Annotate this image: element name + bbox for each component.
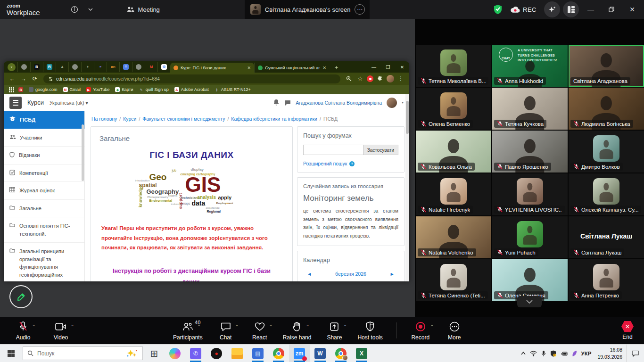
chevron-up-icon[interactable]: ⌃: [344, 324, 347, 329]
taskbar-app-chrome[interactable]: [268, 345, 289, 362]
tab-meeting[interactable]: Meeting: [127, 6, 160, 13]
participant-tile[interactable]: Тетяна Миколаївна В...: [416, 45, 491, 87]
forward-icon[interactable]: →: [19, 74, 28, 83]
breadcrumb-item[interactable]: Факультет економіки і менеджменту: [142, 116, 225, 122]
participant-tile[interactable]: Світлана Агаджанова: [569, 45, 644, 87]
chevron-up-icon[interactable]: ⌃: [198, 324, 201, 329]
browser-tab-course[interactable]: Курс: ГІС і бази даних ✕: [170, 63, 254, 73]
screen-tab-options-icon[interactable]: ⋯: [355, 4, 365, 15]
sidebar-item-1[interactable]: Учасники: [4, 129, 84, 147]
user-name[interactable]: Агаджанова Світлана Володимирівна: [296, 100, 382, 106]
notifications-bell-icon[interactable]: [273, 99, 280, 106]
chevron-up-icon[interactable]: ⌃: [269, 324, 272, 329]
browser-close-button[interactable]: ✕: [395, 61, 409, 73]
minimize-button[interactable]: —: [582, 2, 600, 17]
user-menu-caret-icon[interactable]: ▾: [402, 100, 404, 105]
pinned-tab[interactable]: [68, 62, 81, 72]
browser-minimize-button[interactable]: —: [367, 61, 381, 73]
calendar-prev-icon[interactable]: ◄: [307, 271, 312, 277]
defender-shield-icon[interactable]: !: [550, 350, 556, 357]
more-participants-button[interactable]: [517, 296, 542, 307]
breadcrumb-item[interactable]: Курси: [123, 116, 136, 122]
action-center-button[interactable]: [626, 345, 644, 362]
taskbar-app-zoom[interactable]: zm: [289, 345, 310, 362]
power-plug-icon[interactable]: [561, 351, 568, 356]
hamburger-menu-icon[interactable]: [9, 97, 22, 109]
bookmark-folder-icon[interactable]: B: [17, 87, 25, 92]
language-indicator[interactable]: УКР: [581, 351, 592, 356]
apps-grid-icon[interactable]: [8, 87, 16, 92]
apply-button[interactable]: Застосувати: [363, 145, 398, 155]
browser-tab-university[interactable]: Сумський національний агра ✕: [254, 63, 330, 73]
chevron-down-icon[interactable]: [83, 3, 99, 16]
help-icon[interactable]: ?: [349, 161, 355, 166]
pinned-tab[interactable]: B: [30, 62, 43, 72]
breadcrumb-item[interactable]: На головну: [91, 116, 117, 122]
pinned-tab[interactable]: M: [145, 62, 157, 72]
pinned-tab[interactable]: [132, 62, 145, 72]
calendar-next-icon[interactable]: ►: [390, 271, 395, 277]
chevron-up-icon[interactable]: ⌃: [32, 324, 35, 329]
start-button[interactable]: [0, 345, 22, 362]
participant-tile[interactable]: CHAYA UNIVERSITY THATTURNS CHALLENGESINT…: [492, 45, 568, 87]
taskbar-search[interactable]: Пошук: [23, 346, 143, 360]
participant-tile[interactable]: YEVHENIIA LIVOSHC...: [492, 173, 568, 215]
participant-tile[interactable]: Ковальова Ольга: [416, 131, 491, 173]
pinned-tab[interactable]: R: [43, 62, 56, 72]
language-dropdown[interactable]: Українська (uk) ▾: [50, 100, 88, 106]
participant-tile[interactable]: Олена Семерня: [492, 259, 568, 301]
pinned-tab[interactable]: [17, 62, 30, 72]
chevron-up-icon[interactable]: ⌃: [71, 324, 74, 329]
microphone-tray-icon[interactable]: [541, 350, 546, 357]
taskbar-app-chrome-profile[interactable]: [330, 345, 351, 362]
pinned-tab[interactable]: »: [94, 62, 107, 72]
pinned-tab[interactable]: G: [157, 62, 170, 72]
nav-courses[interactable]: Курси: [27, 99, 44, 106]
back-icon[interactable]: ←: [8, 74, 17, 83]
chevron-up-icon[interactable]: ⌃: [306, 324, 309, 329]
taskbar-app-recorder[interactable]: ●: [206, 345, 227, 362]
browser-profile-avatar[interactable]: [387, 75, 394, 82]
pinned-tab[interactable]: ♦: [81, 62, 94, 72]
participant-tile[interactable]: Yurii Puhach: [492, 216, 568, 258]
bookmark-item[interactable]: ✎quill Sign up: [136, 87, 172, 92]
close-button[interactable]: ✕: [623, 2, 641, 17]
bookmark-item[interactable]: ●google.com: [26, 87, 60, 92]
chat-button[interactable]: ⌃Chat: [215, 321, 237, 341]
pinned-tab[interactable]: an: [107, 62, 119, 72]
zoom-page-icon[interactable]: [344, 74, 354, 83]
taskbar-app-viber[interactable]: ✆: [185, 345, 206, 362]
security-shield-icon[interactable]: [493, 4, 503, 15]
participant-tile[interactable]: Людмила Богінська: [569, 88, 644, 130]
taskbar-clock[interactable]: 16:08 19.03.2026: [597, 346, 622, 360]
participant-tile[interactable]: Світлана ЛукашСвітлана Лукаш: [569, 216, 644, 258]
tray-chevron-icon[interactable]: [521, 352, 526, 355]
react-button[interactable]: ⌃React: [249, 321, 271, 341]
participant-tile[interactable]: Павло Ярошенко: [492, 131, 568, 173]
share-button[interactable]: ⌃Share: [323, 321, 345, 341]
advanced-search-link[interactable]: Розширений пошук ?: [303, 161, 398, 166]
participant-tile[interactable]: Тетяна Кучкова: [492, 88, 568, 130]
pinned-tab[interactable]: ▲: [56, 62, 68, 72]
reload-icon[interactable]: ⟳: [30, 74, 40, 83]
address-bar[interactable]: cdn.snau.edu.ua/moodle/course/view.php?i…: [43, 74, 340, 83]
participant-tile[interactable]: Тетяна Синенко (Teti...: [416, 259, 491, 301]
taskbar-app-ledger[interactable]: ▤: [248, 345, 268, 362]
chevron-up-icon[interactable]: ⌃: [235, 324, 239, 329]
participant-tile[interactable]: Natalie Hrebenyk: [416, 173, 491, 215]
host-tools-button[interactable]: Host tools: [357, 321, 382, 341]
end-meeting-button[interactable]: ✕ End: [621, 321, 634, 340]
restore-button[interactable]: [603, 2, 620, 17]
record-button[interactable]: ⌃Record: [410, 321, 431, 341]
view-layout-icon[interactable]: [563, 1, 579, 17]
browser-restore-button[interactable]: ❐: [381, 61, 395, 73]
extensions-puzzle-icon[interactable]: [375, 74, 385, 83]
participant-tile[interactable]: Nataliia Volchenko: [416, 216, 491, 258]
instruction-link[interactable]: Інструкція по роботі з дистанційним курс…: [99, 266, 284, 281]
close-tab-icon[interactable]: ✕: [247, 66, 251, 70]
sidebar-item-3[interactable]: Компетенції: [4, 165, 84, 182]
sidebar-item-0[interactable]: ГІСБД: [4, 111, 84, 129]
meeting-info-icon[interactable]: [66, 3, 83, 16]
tab-search-icon[interactable]: ᵛ: [8, 63, 16, 71]
new-tab-button[interactable]: ＋: [333, 63, 339, 72]
